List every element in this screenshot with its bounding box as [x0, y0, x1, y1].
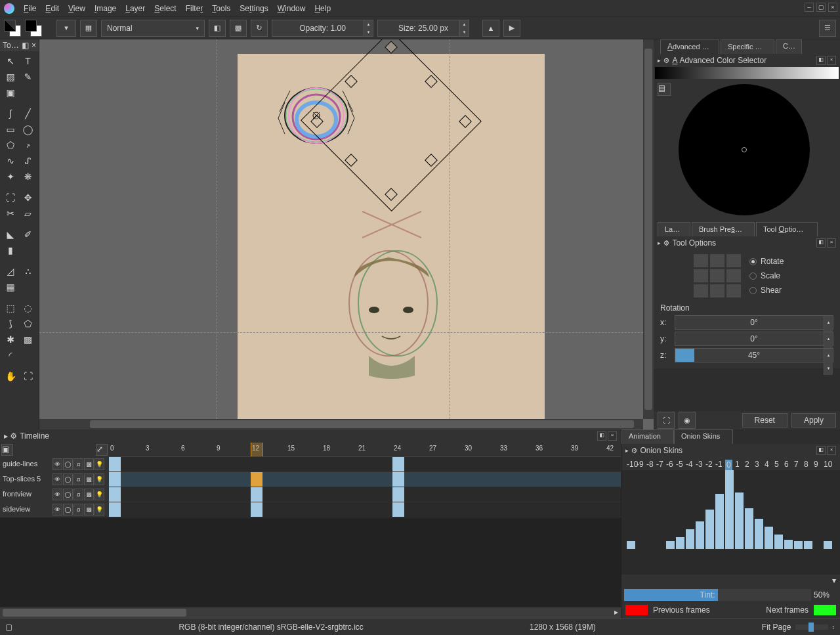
- timeline-ruler[interactable]: 03691215182124273033363942: [109, 443, 621, 457]
- fill-tool[interactable]: ◣: [3, 227, 18, 242]
- poly-select-tool[interactable]: ⬠: [20, 317, 36, 331]
- picker-tool[interactable]: ✐: [20, 227, 36, 242]
- layer-prop-icon[interactable]: 💡: [94, 504, 104, 515]
- size-spinner[interactable]: Size: 25.00 px ▴▾: [377, 20, 469, 37]
- close-docker-icon[interactable]: ×: [827, 56, 836, 65]
- menu-file[interactable]: File: [24, 4, 36, 13]
- minimize-button[interactable]: –: [805, 3, 814, 12]
- perspective-tool[interactable]: ▱: [20, 206, 36, 221]
- playhead[interactable]: [251, 443, 262, 457]
- onion-bar[interactable]: [755, 519, 763, 549]
- onion-bar[interactable]: [745, 508, 753, 549]
- float-timeline-icon[interactable]: ◧: [597, 431, 606, 441]
- polyline-tool[interactable]: ⭎: [20, 138, 36, 152]
- zoom-select[interactable]: Fit Page: [762, 623, 791, 632]
- menu-image[interactable]: Image: [94, 4, 116, 13]
- next-color-swatch[interactable]: [814, 605, 836, 615]
- crop-tool[interactable]: ✂: [3, 206, 18, 221]
- onion-bar[interactable]: [676, 537, 684, 549]
- menu-filter[interactable]: Filter: [186, 4, 203, 13]
- mode-scale[interactable]: Scale: [749, 271, 784, 280]
- layer-prop-icon[interactable]: ▩: [84, 504, 94, 515]
- brush-preset-button[interactable]: ▾: [56, 20, 76, 37]
- layer-prop-icon[interactable]: 👁: [52, 458, 62, 470]
- mirror-h-button[interactable]: ▲: [482, 20, 499, 37]
- color-wheel[interactable]: [679, 84, 810, 215]
- zoom-arrows-icon[interactable]: ↕: [832, 624, 835, 630]
- calligraphy-tool[interactable]: ✎: [20, 70, 36, 84]
- menu-settings[interactable]: Settings: [240, 4, 268, 13]
- move-tool[interactable]: ✥: [20, 190, 36, 205]
- layer-prop-icon[interactable]: α: [74, 489, 83, 500]
- zoom-timeline-icon[interactable]: ⤢: [96, 444, 108, 456]
- keyframe[interactable]: [392, 502, 404, 517]
- layer-prop-icon[interactable]: 💡: [94, 489, 104, 500]
- add-layer-icon[interactable]: ▣: [1, 444, 13, 456]
- reload-preset[interactable]: ↻: [251, 20, 268, 37]
- keyframe[interactable]: [251, 472, 262, 487]
- alpha-lock-toggle[interactable]: ▩: [230, 20, 247, 37]
- close-docker2-icon[interactable]: ×: [827, 238, 836, 248]
- bezier-tool[interactable]: ∿: [3, 154, 18, 168]
- arrow-tool[interactable]: ↖: [3, 54, 18, 68]
- pattern-edit-tool[interactable]: ▨: [3, 70, 18, 84]
- onion-title[interactable]: ⚙ Onion Skins ◧×: [621, 444, 840, 457]
- tab-brush-presets[interactable]: Brush Pres…: [692, 222, 755, 236]
- tab-specific-color[interactable]: Specific C…: [721, 39, 774, 54]
- gradient-tool[interactable]: ▮: [3, 243, 18, 257]
- color-swatch[interactable]: [25, 20, 42, 37]
- tab-tool-options[interactable]: Tool Optio…: [756, 222, 818, 236]
- rect-tool[interactable]: ▭: [3, 122, 18, 137]
- layer-prop-icon[interactable]: ▩: [84, 473, 94, 485]
- menu-tools[interactable]: Tools: [212, 4, 230, 13]
- onion-ruler[interactable]: -10-9-8-7-6-5-4-3-2-1012345678910: [621, 457, 840, 470]
- eraser-toggle[interactable]: ◧: [209, 20, 226, 37]
- onion-bar[interactable]: [725, 470, 734, 549]
- zoom-slider[interactable]: [795, 624, 828, 630]
- keyframe[interactable]: [251, 502, 262, 517]
- layer-prop-icon[interactable]: ◯: [63, 458, 73, 470]
- rot-x-field[interactable]: 0°▴▾: [675, 315, 833, 330]
- shape-tool[interactable]: ▣: [3, 85, 18, 100]
- keyframe[interactable]: [392, 457, 404, 471]
- menu-edit[interactable]: Edit: [45, 4, 59, 13]
- onion-bar[interactable]: [774, 535, 783, 549]
- measure-tool[interactable]: ◿: [3, 264, 18, 278]
- layer-prop-icon[interactable]: 💡: [94, 458, 104, 470]
- liquify-icon[interactable]: ◉: [679, 412, 696, 429]
- pan-tool[interactable]: ✋: [3, 369, 18, 383]
- onion-bar[interactable]: [627, 541, 635, 549]
- layer-prop-icon[interactable]: ▩: [84, 458, 94, 470]
- tab-co[interactable]: Co…: [776, 39, 802, 54]
- menu-window[interactable]: Window: [278, 4, 306, 13]
- reset-button[interactable]: Reset: [742, 413, 788, 427]
- tool-options-title[interactable]: ⚙ Tool Options ◧×: [654, 236, 840, 250]
- onion-bar[interactable]: [735, 493, 744, 549]
- timeline-hscroll[interactable]: ▸: [0, 607, 621, 618]
- mode-shear[interactable]: Shear: [749, 286, 784, 295]
- tab-animation[interactable]: Animation: [621, 429, 674, 444]
- keyframe[interactable]: [392, 487, 404, 502]
- multibrush-tool[interactable]: ❋: [20, 169, 36, 184]
- tab-onion-skins[interactable]: Onion Skins: [674, 429, 733, 444]
- timeline-row[interactable]: guide-lines👁◯α▩💡: [0, 457, 621, 472]
- onion-bar[interactable]: [715, 494, 724, 549]
- keyframe[interactable]: [109, 487, 121, 502]
- rot-z-field[interactable]: 45°▴▾: [675, 348, 833, 362]
- menu-view[interactable]: View: [68, 4, 85, 13]
- similar-select-tool[interactable]: ▩: [20, 332, 36, 347]
- canvas-vscroll[interactable]: [643, 39, 654, 419]
- track[interactable]: [109, 472, 621, 487]
- grid-tool[interactable]: ▦: [3, 280, 18, 294]
- onion-bar[interactable]: [794, 541, 803, 549]
- gradient-swatch[interactable]: [4, 20, 21, 37]
- layer-prop-icon[interactable]: α: [74, 458, 83, 470]
- color-settings-icon[interactable]: ▤: [658, 83, 671, 96]
- track[interactable]: [109, 502, 621, 517]
- onion-bar[interactable]: [784, 540, 793, 549]
- layer-prop-icon[interactable]: 👁: [52, 489, 62, 500]
- onion-bar[interactable]: [765, 527, 773, 549]
- brush-tool[interactable]: ʃ: [3, 106, 18, 121]
- track[interactable]: [109, 457, 621, 472]
- tab-advanced-color[interactable]: Advanced C…: [660, 39, 719, 54]
